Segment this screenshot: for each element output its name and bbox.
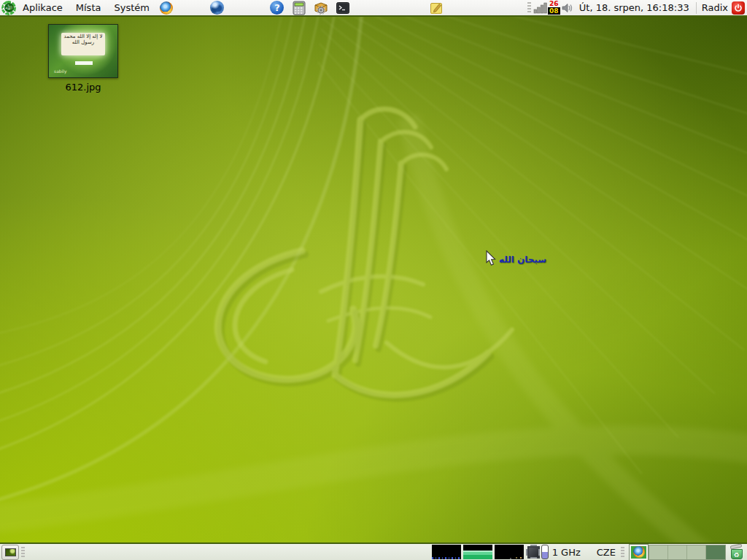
applet-grip[interactable] [527, 2, 531, 13]
cpu-frequency-applet[interactable]: 1 GHz [527, 545, 581, 559]
help-icon: ? [270, 1, 284, 15]
window-list-grip[interactable] [21, 547, 25, 558]
panel-separator [696, 2, 697, 14]
thumbnail-brand-text: sabily [54, 69, 67, 74]
keyboard-layout-indicator[interactable]: CZE [597, 547, 616, 558]
top-panel: ﷲ Aplikace Místa Systém ? [0, 0, 747, 17]
signal-bars-icon [533, 1, 548, 15]
firefox-icon [160, 1, 173, 15]
notes-launcher[interactable] [429, 1, 444, 15]
file-name-label: 612.jpg [45, 82, 121, 93]
clock-applet[interactable]: Út, 18. srpen, 16:18:33 [575, 2, 694, 13]
menu-places[interactable]: Místa [69, 0, 108, 15]
shutdown-button[interactable] [731, 1, 746, 15]
dhikr-overlay-text: سبحان الله [499, 254, 546, 265]
trash-applet[interactable]: ♻ [729, 545, 744, 559]
thumbnail-calligraphy: لا إله إلا الله محمد رسول الله [61, 33, 105, 55]
workspace-4-active[interactable] [706, 545, 725, 559]
sensor-value-bottom: 08 [548, 8, 560, 15]
workspace-3[interactable] [687, 545, 706, 559]
volume-applet[interactable] [560, 1, 575, 15]
calculator-launcher[interactable] [292, 1, 306, 15]
web-browser-launcher[interactable] [210, 1, 225, 15]
firefox-launcher[interactable] [159, 1, 174, 15]
workspace-1[interactable] [649, 545, 668, 559]
menu-applications[interactable]: Aplikace [16, 0, 69, 15]
memory-graph[interactable] [463, 545, 492, 559]
cpu-chip-icon [527, 546, 540, 559]
file-thumbnail: لا إله إلا الله محمد رسول الله sabily [48, 24, 118, 78]
firefox-window-button[interactable] [630, 545, 648, 560]
desktop-file-612jpg[interactable]: لا إله إلا الله محمد رسول الله sabily 61… [45, 24, 121, 93]
globe-icon [210, 1, 224, 15]
show-desktop-icon [5, 548, 16, 556]
menu-system[interactable]: Systém [107, 0, 155, 15]
distro-menu-button[interactable]: ﷲ [1, 1, 16, 15]
terminal-launcher[interactable] [336, 1, 350, 15]
cpu-frequency-label: 1 GHz [552, 547, 581, 558]
calculator-icon [292, 1, 306, 15]
workspace-2[interactable] [668, 545, 687, 559]
network-monitor-applet[interactable] [533, 1, 548, 15]
bottom-panel: 1 GHz CZE ♻ [0, 542, 747, 560]
cpu-load-graph[interactable] [432, 545, 461, 559]
mouse-cursor [486, 250, 497, 266]
speaker-icon [561, 1, 574, 15]
user-switcher[interactable]: Radix [699, 2, 731, 13]
firefox-icon [633, 546, 645, 558]
desktop-root: ﷲ Aplikace Místa Systém ? [0, 0, 747, 560]
network-graph[interactable] [495, 545, 524, 559]
package-manager-launcher[interactable] [314, 1, 328, 15]
workspace-switcher [649, 545, 726, 560]
notes-icon [429, 1, 444, 15]
switcher-grip[interactable] [621, 547, 624, 558]
power-icon [732, 1, 745, 15]
show-desktop-button[interactable] [1, 545, 19, 560]
trash-icon: ♻ [731, 549, 743, 559]
sensors-applet[interactable]: 26 08 [548, 1, 560, 15]
distro-logo-icon: ﷲ [1, 1, 16, 15]
thumbnail-bar [75, 61, 93, 65]
help-launcher[interactable]: ? [270, 1, 285, 15]
terminal-icon [336, 1, 350, 15]
frequency-gauge-icon [541, 545, 549, 559]
package-box-gear-icon [314, 1, 328, 15]
